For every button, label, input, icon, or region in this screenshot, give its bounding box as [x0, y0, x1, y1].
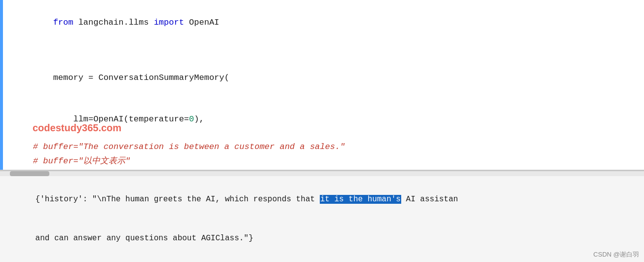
kw-from: from [53, 18, 74, 27]
kw-import: import [154, 18, 184, 27]
output-highlighted: it is the human's [320, 195, 401, 204]
watermark: codestudy365.com [33, 122, 121, 134]
code-area: from langchain.llms import OpenAI memory… [0, 0, 644, 171]
main-container: from langchain.llms import OpenAI memory… [0, 0, 644, 262]
output-area: {'history': "\nThe human greets the AI, … [0, 176, 644, 262]
scrollbar-area[interactable] [0, 171, 644, 176]
output-prefix: {'history': "\nThe human greets the AI, … [36, 195, 320, 204]
csdn-badge: CSDN @谢白羽 [593, 250, 639, 259]
output-content: {'history': "\nThe human greets the AI, … [0, 176, 644, 262]
output-suffix: AI assistan [401, 195, 458, 204]
output-line2: and can answer any questions about AGICl… [36, 234, 254, 243]
code-content: from langchain.llms import OpenAI memory… [3, 0, 644, 170]
code-line-6: # buffer="以中文表示" [13, 154, 644, 168]
code-line-2 [13, 43, 644, 57]
code-line-1: from langchain.llms import OpenAI [13, 0, 644, 43]
code-line-3: memory = ConversationSummaryMemory( [13, 57, 644, 99]
code-line-4: llm=OpenAI(temperature=0), [13, 99, 644, 140]
scrollbar-thumb[interactable] [10, 171, 49, 176]
code-line-7: ) [13, 168, 644, 170]
code-line-5: # buffer="The conversation is between a … [13, 140, 644, 154]
